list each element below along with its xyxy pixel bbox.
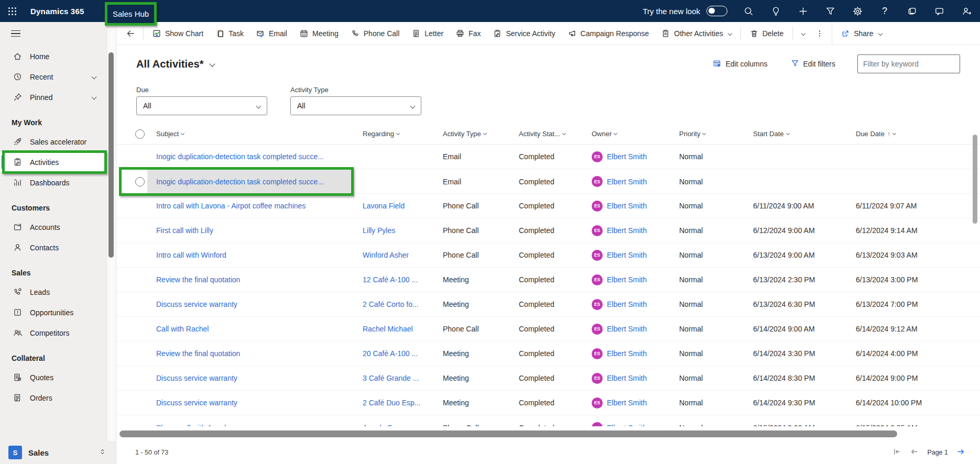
column-header-start-date[interactable]: Start Date: [753, 130, 856, 138]
table-row[interactable]: Call with RachelRachel MichaelPhone Call…: [116, 317, 980, 341]
column-header-owner[interactable]: Owner: [592, 130, 679, 138]
command-email[interactable]: Email: [250, 22, 293, 45]
column-header-regarding[interactable]: Regarding: [363, 130, 443, 138]
owner-link[interactable]: Elbert Smith: [607, 374, 647, 382]
table-row[interactable]: Inogic duplication-detection task comple…: [116, 145, 980, 169]
command-fax[interactable]: Fax: [450, 22, 487, 45]
command-phone-call[interactable]: Phone Call: [345, 22, 406, 45]
regarding-link[interactable]: 2 Café Corto fo...: [363, 300, 419, 308]
sidebar-item-home[interactable]: Home: [0, 46, 107, 67]
table-row[interactable]: Discuss service warranty3 Café Grande ..…: [116, 366, 980, 391]
command-campaign-response[interactable]: Campaign Response: [562, 22, 656, 45]
sidebar-area-switcher[interactable]: S Sales: [0, 441, 116, 464]
owner-link[interactable]: Elbert Smith: [607, 202, 647, 210]
command-meeting[interactable]: Meeting: [293, 22, 345, 45]
subject-link[interactable]: Review the final quotation: [156, 349, 240, 358]
view-selector-chevron-icon[interactable]: [209, 61, 215, 67]
sidebar-item-orders[interactable]: Orders: [0, 388, 107, 408]
regarding-link[interactable]: Rachel Michael: [363, 325, 413, 333]
sidebar-item-quotes[interactable]: Quotes: [0, 367, 107, 388]
column-header-priority[interactable]: Priority: [679, 130, 753, 138]
select-all-radio[interactable]: [135, 129, 145, 139]
owner-link[interactable]: Elbert Smith: [607, 300, 647, 308]
subject-link[interactable]: Review the final quotation: [156, 275, 240, 284]
table-row[interactable]: Discuss service warranty2 Café Corto fo.…: [116, 292, 980, 317]
table-row[interactable]: Inogic duplication-detection task comple…: [116, 169, 980, 194]
topbar-help-button[interactable]: ?: [871, 0, 898, 22]
command-task[interactable]: Task: [210, 22, 250, 45]
hamburger-menu-icon[interactable]: [0, 22, 116, 45]
subject-link[interactable]: Intro call with Winford: [156, 251, 226, 259]
sidebar-item-pinned[interactable]: Pinned: [0, 87, 107, 107]
table-row[interactable]: Intro call with WinfordWinford AsherPhon…: [116, 243, 980, 268]
regarding-link[interactable]: Winford Asher: [363, 251, 409, 259]
table-row[interactable]: First call with LillyLilly PylesPhone Ca…: [116, 218, 980, 243]
topbar-search-button[interactable]: [735, 0, 762, 22]
area-switcher-icon[interactable]: [99, 448, 106, 458]
column-header-activity-type[interactable]: Activity Type: [443, 130, 519, 138]
subject-link[interactable]: Call with Rachel: [156, 325, 209, 333]
overflow-chevron-button[interactable]: [796, 22, 810, 45]
regarding-link[interactable]: 3 Café Grande ...: [363, 374, 419, 382]
regarding-link[interactable]: Angela Fo...: [363, 424, 402, 427]
topbar-settings-button[interactable]: [844, 0, 871, 22]
topbar-filter-button[interactable]: [816, 0, 844, 22]
horizontal-scrollbar[interactable]: [119, 430, 897, 437]
due-filter-select[interactable]: All: [136, 96, 267, 115]
table-row[interactable]: Discuss service warranty2 Café Duo Esp..…: [116, 391, 980, 415]
subject-link[interactable]: Inogic duplication-detection task comple…: [156, 152, 324, 161]
table-row[interactable]: Review the final quotation20 Café A-100 …: [116, 341, 980, 366]
topbar-user-button[interactable]: [953, 0, 980, 22]
command-delete[interactable]: Delete: [744, 22, 790, 45]
column-header-due-date[interactable]: Due Date↑: [856, 130, 980, 138]
subject-link[interactable]: Intro call with Lavona - Airpot coffee m…: [156, 202, 306, 210]
previous-page-button[interactable]: [910, 447, 919, 458]
edit-filters-button[interactable]: Edit filters: [791, 59, 835, 69]
sales-hub-annotation-box[interactable]: Sales Hub: [105, 2, 157, 26]
regarding-link[interactable]: Lilly Pyles: [363, 226, 395, 235]
subject-link[interactable]: Discuss service warranty: [156, 374, 237, 382]
owner-link[interactable]: Elbert Smith: [607, 349, 647, 358]
topbar-lightbulb-button[interactable]: [762, 0, 789, 22]
regarding-link[interactable]: 20 Café A-100 ...: [363, 349, 418, 358]
owner-link[interactable]: Elbert Smith: [607, 251, 647, 259]
vertical-scrollbar[interactable]: [973, 135, 977, 224]
command-other-activities[interactable]: Other Activities: [655, 22, 737, 45]
activity-type-filter-select[interactable]: All: [290, 96, 421, 115]
regarding-link[interactable]: 12 Café A-100 ...: [363, 275, 418, 284]
topbar-feedback-button[interactable]: [925, 0, 953, 22]
table-row[interactable]: Phone call with AngelaAngela Fo...Phone …: [116, 415, 980, 426]
row-radio[interactable]: [135, 177, 145, 186]
sidebar-item-dashboards[interactable]: Dashboards: [0, 172, 107, 193]
owner-link[interactable]: Elbert Smith: [607, 226, 647, 235]
sidebar-item-activities[interactable]: Activities: [0, 152, 107, 172]
owner-link[interactable]: Elbert Smith: [607, 424, 647, 427]
waffle-menu-icon[interactable]: [0, 0, 24, 22]
topbar-copilot-button[interactable]: [898, 0, 925, 22]
command-service-activity[interactable]: Service Activity: [487, 22, 561, 45]
owner-link[interactable]: Elbert Smith: [607, 152, 647, 161]
first-page-button[interactable]: [892, 447, 901, 458]
sidebar-scrollbar[interactable]: [108, 52, 114, 258]
owner-link[interactable]: Elbert Smith: [607, 325, 647, 333]
column-header-subject[interactable]: Subject: [156, 130, 363, 138]
subject-link[interactable]: Discuss service warranty: [156, 300, 237, 308]
share-button[interactable]: Share: [835, 22, 888, 45]
sidebar-item-recent[interactable]: Recent: [0, 67, 107, 87]
sidebar-item-opportunities[interactable]: Opportunities: [0, 302, 107, 323]
new-look-toggle[interactable]: [706, 6, 727, 16]
subject-link[interactable]: Discuss service warranty: [156, 399, 237, 407]
subject-link[interactable]: Phone call with Angela: [156, 424, 230, 427]
command-letter[interactable]: Letter: [406, 22, 450, 45]
table-row[interactable]: Intro call with Lavona - Airpot coffee m…: [116, 194, 980, 218]
edit-columns-button[interactable]: Edit columns: [713, 59, 767, 69]
table-row[interactable]: Review the final quotation12 Café A-100 …: [116, 268, 980, 292]
subject-link[interactable]: Inogic duplication-detection task comple…: [156, 178, 324, 186]
next-page-button[interactable]: [956, 447, 965, 458]
owner-link[interactable]: Elbert Smith: [607, 399, 647, 407]
more-commands-button[interactable]: [810, 22, 829, 45]
owner-link[interactable]: Elbert Smith: [607, 275, 647, 284]
sidebar-item-contacts[interactable]: Contacts: [0, 237, 107, 258]
topbar-add-button[interactable]: [789, 0, 816, 22]
regarding-link[interactable]: Lavona Field: [363, 202, 405, 210]
